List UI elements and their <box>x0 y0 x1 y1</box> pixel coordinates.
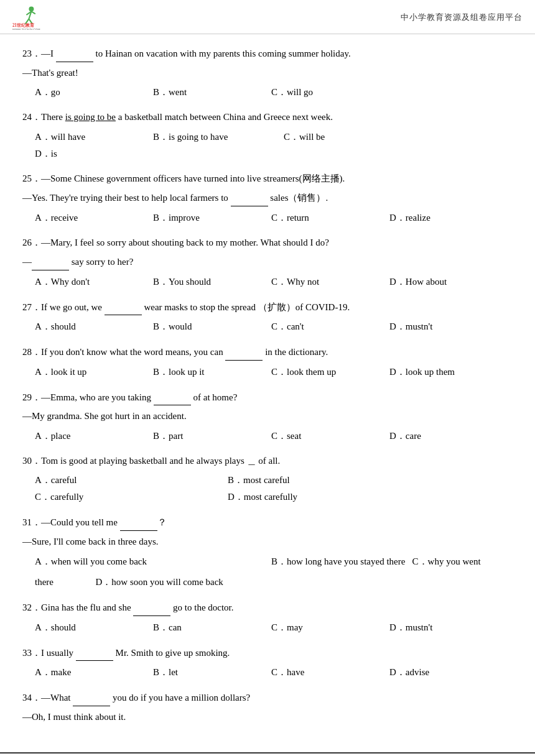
q29-option-d[interactable]: D．care <box>389 428 501 445</box>
q28-blank <box>225 344 263 361</box>
q23-options: A．go B．went C．will go <box>35 84 513 101</box>
q33-stem: 33．I usually Mr. Smith to give up smokin… <box>22 645 513 662</box>
q26-option-d[interactable]: D．How about <box>389 274 501 290</box>
q32-option-c[interactable]: C．may <box>271 619 383 636</box>
svg-point-0 <box>29 6 34 11</box>
page-footer: 21 世纪教育网(www.21cnjy.com) <box>0 752 535 756</box>
question-27: 27．If we go out, we wear masks to stop t… <box>22 299 513 336</box>
q29-stem: 29．—Emma, who are you taking of at home? <box>22 389 513 406</box>
q24-option-d[interactable]: D．is <box>35 145 147 162</box>
q30-options-row2: C．carefully D．most carefully <box>35 489 513 505</box>
question-30: 30．Tom is good at playing basketball and… <box>22 453 513 506</box>
q28-option-c[interactable]: C．look them up <box>271 364 383 380</box>
q25-blank <box>231 190 268 206</box>
q23-option-b[interactable]: B．went <box>153 84 265 101</box>
q27-option-a[interactable]: A．should <box>35 318 147 335</box>
q29-stem2: —My grandma. She got hurt in an accident… <box>22 408 513 425</box>
q33-blank <box>76 645 113 662</box>
question-34: 34．—What you do if you have a million do… <box>22 689 513 725</box>
q26-option-c[interactable]: C．Why not <box>271 274 383 290</box>
q31-there-label: there <box>35 577 93 587</box>
q27-option-d[interactable]: D．mustn't <box>389 318 501 335</box>
q29-option-c[interactable]: C．seat <box>271 428 383 445</box>
q31-option-d[interactable]: D．how soon you will come back <box>95 577 223 587</box>
q24-stem: 24．There is going to be a basketball mat… <box>22 109 513 126</box>
question-23: 23．—I to Hainan on vacation with my pare… <box>22 45 513 101</box>
q34-stem: 34．—What you do if you have a million do… <box>22 689 513 706</box>
q27-options: A．should B．would C．can't D．mustn't <box>35 318 513 335</box>
q30-option-d[interactable]: D．most carefully <box>228 489 414 505</box>
q27-option-c[interactable]: C．can't <box>271 318 383 335</box>
svg-line-5 <box>31 11 35 14</box>
q32-blank <box>133 599 170 616</box>
q34-blank <box>73 689 110 706</box>
q24-option-c[interactable]: C．will be <box>284 129 396 145</box>
q29-option-a[interactable]: A．place <box>35 428 147 445</box>
q28-option-b[interactable]: B．look up it <box>153 364 265 380</box>
q30-options-row1: A．careful B．most careful <box>35 472 513 489</box>
q31-option-a[interactable]: A．when will you come back <box>35 553 271 571</box>
q23-blank <box>56 45 93 62</box>
q31-options: A．when will you come back B．how long hav… <box>35 553 513 571</box>
q23-option-c[interactable]: C．will go <box>271 84 383 101</box>
q25-option-b[interactable]: B．improve <box>153 210 265 226</box>
q26-options: A．Why don't B．You should C．Why not D．How… <box>35 274 513 290</box>
q23-stem2: —That's great! <box>22 65 513 81</box>
q24-underline: is going to be <box>65 112 116 122</box>
q32-option-a[interactable]: A．should <box>35 619 147 636</box>
logo-icon: 21世纪教育 WWW.21CNJY.COM <box>12 5 42 30</box>
q29-option-b[interactable]: B．part <box>153 428 265 445</box>
q33-option-d[interactable]: D．advise <box>389 664 501 681</box>
q31-blank <box>120 514 157 531</box>
q26-blank <box>32 254 69 270</box>
question-28: 28．If you don't know what the word means… <box>22 344 513 380</box>
q23-option-a[interactable]: A．go <box>35 84 147 101</box>
q28-option-a[interactable]: A．look it up <box>35 364 147 380</box>
q32-option-d[interactable]: D．mustn't <box>389 619 501 636</box>
question-29: 29．—Emma, who are you taking of at home?… <box>22 389 513 445</box>
q30-option-b[interactable]: B．most careful <box>228 472 414 489</box>
question-26: 26．—Mary, I feel so sorry about shouting… <box>22 235 513 290</box>
q25-option-d[interactable]: D．realize <box>389 210 501 226</box>
q33-options: A．make B．let C．have D．advise <box>35 664 513 681</box>
q25-option-a[interactable]: A．receive <box>35 210 147 226</box>
page-header: 21世纪教育 WWW.21CNJY.COM 中小学教育资源及组卷应用平台 <box>0 0 535 34</box>
q26-option-b[interactable]: B．You should <box>153 274 265 290</box>
q30-option-c[interactable]: C．carefully <box>35 489 221 505</box>
q34-stem2: —Oh, I must think about it. <box>22 709 513 726</box>
question-33: 33．I usually Mr. Smith to give up smokin… <box>22 645 513 681</box>
q27-option-b[interactable]: B．would <box>153 318 265 335</box>
q33-option-c[interactable]: C．have <box>271 664 383 681</box>
q26-option-a[interactable]: A．Why don't <box>35 274 147 290</box>
q32-stem: 32．Gina has the flu and she go to the do… <box>22 599 513 616</box>
q29-options: A．place B．part C．seat D．care <box>35 428 513 445</box>
q30-options: A．careful B．most careful C．carefully D．m… <box>35 472 513 505</box>
q27-blank <box>105 299 142 316</box>
svg-text:WWW.21CNJY.COM: WWW.21CNJY.COM <box>12 29 40 30</box>
q24-options: A．will have B．is going to have C．will be… <box>35 129 513 162</box>
q24-option-b[interactable]: B．is going to have <box>153 129 277 145</box>
q32-option-b[interactable]: B．can <box>153 619 265 636</box>
q31-option-b[interactable]: B．how long have you stayed there C．why y… <box>271 553 481 571</box>
q28-options: A．look it up B．look up it C．look them up… <box>35 364 513 380</box>
q23-stem: 23．—I to Hainan on vacation with my pare… <box>22 45 513 62</box>
q30-option-a[interactable]: A．careful <box>35 472 221 489</box>
logo-area: 21世纪教育 WWW.21CNJY.COM <box>12 5 42 30</box>
q26-stem: 26．—Mary, I feel so sorry about shouting… <box>22 235 513 251</box>
q25-stem: 25．—Some Chinese government officers hav… <box>22 171 513 187</box>
q25-stem2: —Yes. They're trying their best to help … <box>22 190 513 206</box>
question-24: 24．There is going to be a basketball mat… <box>22 109 513 162</box>
q28-option-d[interactable]: D．look up them <box>389 364 501 380</box>
question-32: 32．Gina has the flu and she go to the do… <box>22 599 513 636</box>
content-area: 23．—I to Hainan on vacation with my pare… <box>0 34 535 746</box>
q32-options: A．should B．can C．may D．mustn't <box>35 619 513 636</box>
q24-option-a[interactable]: A．will have <box>35 129 147 145</box>
question-25: 25．—Some Chinese government officers hav… <box>22 171 513 226</box>
q29-blank <box>154 389 191 406</box>
q27-stem: 27．If we go out, we wear masks to stop t… <box>22 299 513 316</box>
q26-stem2: — say sorry to her? <box>22 254 513 270</box>
q31-stem: 31．—Could you tell me ？ <box>22 514 513 531</box>
q33-option-a[interactable]: A．make <box>35 664 147 681</box>
q25-option-c[interactable]: C．return <box>271 210 383 226</box>
q33-option-b[interactable]: B．let <box>153 664 265 681</box>
